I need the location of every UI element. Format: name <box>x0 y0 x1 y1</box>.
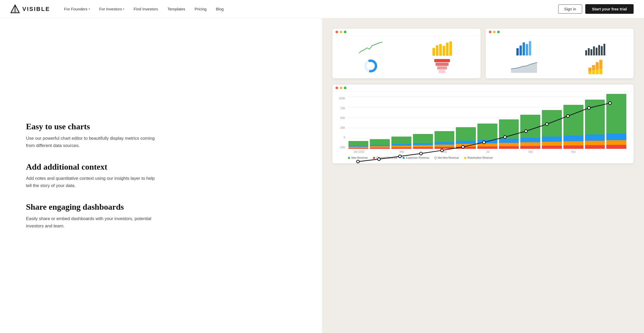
area-svg <box>490 59 558 74</box>
bar-segment <box>435 131 455 142</box>
nav-blog[interactable]: Blog <box>212 5 227 13</box>
bar-mini <box>449 41 452 56</box>
bar-segment <box>563 136 583 141</box>
legend-dot-yellow <box>464 157 466 159</box>
dot-green-2 <box>497 31 500 33</box>
x-label <box>456 150 476 153</box>
mini-funnel-chart <box>408 59 476 73</box>
chart-row-top <box>332 29 634 78</box>
dark-bar-group <box>585 40 605 55</box>
mini-dark-bars <box>561 40 629 55</box>
logo-icon <box>10 4 20 14</box>
dot-red <box>336 31 338 33</box>
nav-find-investors[interactable]: Find Investors <box>130 5 162 13</box>
bar-segment <box>563 105 583 136</box>
legend-dot-red <box>373 157 375 159</box>
chart-window-1 <box>332 29 481 78</box>
bar-segment <box>477 124 497 140</box>
x-label: Sep <box>521 150 541 153</box>
signin-button[interactable]: Sign in <box>558 4 582 14</box>
titlebar-2 <box>486 29 634 36</box>
logo-link[interactable]: VISIBLE <box>10 4 50 14</box>
chart-inner-large: 100K 75K 50K 25K 0 -25K <box>332 92 634 163</box>
feature-context: Add additional context Add notes and qua… <box>26 162 301 189</box>
chevron-down-icon: ▾ <box>123 8 124 10</box>
blue-bar-group <box>516 40 531 55</box>
x-axis: Jan 2020 Mar May Jul Sep Nov <box>348 149 627 153</box>
bar-chart-mini <box>432 40 452 56</box>
legend-net-new-revenue: Net New Revenue <box>435 156 459 159</box>
bar-segment <box>542 146 562 149</box>
svg-rect-3 <box>358 54 384 55</box>
stacked-bar-group <box>606 94 626 149</box>
y-axis: 100K 75K 50K 25K 0 -25K <box>339 97 347 149</box>
bar-segment <box>585 145 605 149</box>
legend-dot-blue <box>403 157 405 159</box>
y-label: -25K <box>339 146 345 149</box>
bar-segment <box>542 110 562 137</box>
dot-green-large <box>344 87 346 89</box>
bar-mini <box>432 48 435 56</box>
nav-actions: Sign in Start your free trial <box>558 4 634 14</box>
stacked-bar-group <box>563 105 583 149</box>
mini-area-chart <box>490 59 558 74</box>
mini-orange-bars <box>561 59 629 74</box>
bar-segment <box>520 115 540 138</box>
bar-segment <box>391 148 411 149</box>
stacked-bar-group <box>435 131 455 149</box>
bars-container <box>347 97 627 149</box>
chart-area: 100K 75K 50K 25K 0 -25K <box>339 97 627 149</box>
x-label <box>371 150 391 153</box>
bar-segment <box>520 142 540 146</box>
mini-donut-chart <box>337 59 405 73</box>
x-label: May <box>435 150 455 153</box>
bar-mini <box>443 46 445 56</box>
bar-segment <box>477 146 497 149</box>
bar-segment <box>435 145 455 147</box>
chevron-down-icon: ▾ <box>89 8 90 10</box>
bar-segment <box>413 145 433 147</box>
bar-segment <box>499 146 519 149</box>
bar-segment <box>456 141 476 144</box>
bar-mini <box>439 44 442 56</box>
bar-segment <box>499 119 519 139</box>
bar-segment <box>499 139 519 143</box>
chart-inner-2 <box>486 36 634 78</box>
bar-segment <box>477 143 497 146</box>
x-label: Mar <box>392 150 412 153</box>
nav-for-investors[interactable]: For Investors ▾ <box>96 5 128 13</box>
bar-segment <box>370 139 390 145</box>
nav-pricing[interactable]: Pricing <box>191 5 210 13</box>
x-label <box>585 150 605 153</box>
dot-yellow-large <box>340 87 342 89</box>
feature-dashboards-desc: Easily share or embed dashboards with yo… <box>26 215 156 230</box>
bar-segment <box>542 137 562 142</box>
feature-charts-desc: Use our powerful chart editor to beautif… <box>26 135 156 149</box>
bar-segment <box>391 146 411 148</box>
dot-red-2 <box>489 31 491 33</box>
bar-segment <box>520 146 540 149</box>
bar-segment <box>349 148 369 149</box>
feature-charts: Easy to use charts Use our powerful char… <box>26 121 301 149</box>
trial-button[interactable]: Start your free trial <box>585 4 634 14</box>
feature-context-desc: Add notes and quantitative context using… <box>26 175 156 189</box>
nav-templates[interactable]: Templates <box>164 5 189 13</box>
bar-segment <box>606 94 626 133</box>
nav-for-founders[interactable]: For Founders ▾ <box>61 5 94 13</box>
y-label: 0 <box>344 136 345 139</box>
stacked-bar-group <box>391 137 411 149</box>
bar-segment <box>391 144 411 146</box>
chart-legend: New Revenue Churned Revenue Expansion Re… <box>348 156 627 159</box>
bar-segment <box>585 100 605 135</box>
legend-new-revenue: New Revenue <box>348 156 368 159</box>
stacked-bar-group <box>499 119 519 149</box>
legend-churned-revenue: Churned Revenue <box>373 156 397 159</box>
bar-segment <box>585 141 605 145</box>
bar-segment <box>585 135 605 141</box>
bar-segment <box>499 143 519 146</box>
bar-segment <box>413 147 433 149</box>
stacked-bar-group <box>413 134 433 149</box>
stacked-bar-group <box>370 139 390 149</box>
bar-segment <box>435 142 455 145</box>
stacked-bar-group <box>520 115 540 149</box>
